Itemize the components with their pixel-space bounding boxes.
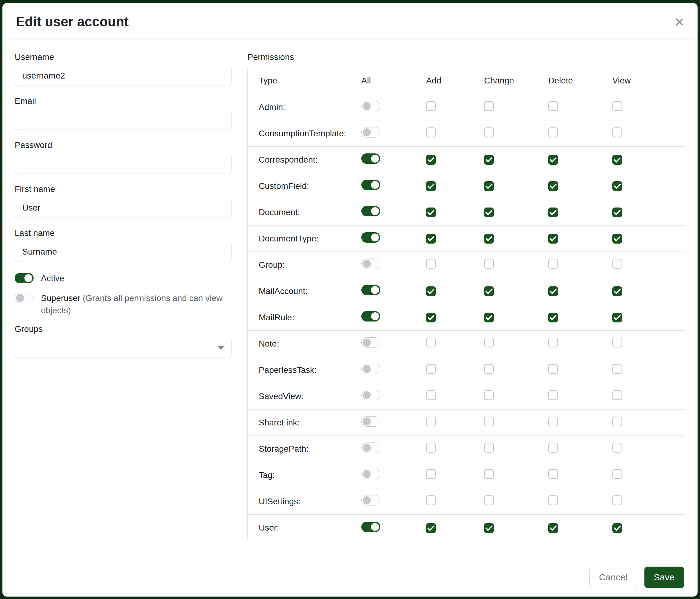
permission-add-checkbox[interactable] bbox=[426, 416, 436, 426]
permission-change-checkbox[interactable] bbox=[484, 181, 494, 191]
permission-all-toggle[interactable] bbox=[361, 127, 380, 138]
permission-change-checkbox[interactable] bbox=[484, 390, 494, 400]
permission-view-checkbox[interactable] bbox=[612, 127, 622, 137]
permission-all-toggle[interactable] bbox=[361, 153, 380, 164]
permission-change-checkbox[interactable] bbox=[484, 234, 494, 244]
email-input[interactable] bbox=[15, 110, 231, 130]
username-input[interactable] bbox=[15, 66, 231, 86]
permission-all-toggle[interactable] bbox=[361, 206, 380, 216]
permission-add-checkbox[interactable] bbox=[426, 208, 436, 217]
superuser-toggle[interactable] bbox=[15, 293, 33, 303]
toggle-knob bbox=[363, 128, 371, 136]
active-toggle[interactable] bbox=[15, 273, 33, 283]
permission-view-checkbox[interactable] bbox=[612, 416, 622, 426]
permission-view-checkbox[interactable] bbox=[612, 181, 622, 191]
permission-all-toggle[interactable] bbox=[361, 416, 380, 427]
permission-delete-checkbox[interactable] bbox=[548, 496, 558, 505]
permission-delete-checkbox[interactable] bbox=[548, 127, 558, 137]
permission-delete-checkbox[interactable] bbox=[548, 313, 558, 322]
permission-all-toggle[interactable] bbox=[361, 101, 380, 111]
permission-add-checkbox[interactable] bbox=[426, 469, 436, 479]
permission-type-label: MailRule: bbox=[248, 313, 361, 322]
permission-add-checkbox[interactable] bbox=[426, 155, 436, 165]
permission-change-checkbox[interactable] bbox=[484, 469, 494, 479]
permission-view-checkbox[interactable] bbox=[612, 234, 622, 244]
permission-delete-checkbox[interactable] bbox=[548, 443, 558, 453]
permission-view-checkbox[interactable] bbox=[612, 469, 622, 479]
permission-change-checkbox[interactable] bbox=[484, 338, 494, 348]
permission-add-checkbox[interactable] bbox=[426, 523, 436, 533]
permission-view-checkbox[interactable] bbox=[612, 101, 622, 111]
permission-delete-checkbox[interactable] bbox=[548, 523, 558, 533]
permission-change-checkbox[interactable] bbox=[484, 416, 494, 426]
permission-view-checkbox[interactable] bbox=[612, 364, 622, 374]
permission-add-checkbox[interactable] bbox=[426, 101, 436, 111]
permission-delete-checkbox[interactable] bbox=[548, 338, 558, 348]
groups-select[interactable] bbox=[15, 338, 231, 358]
permission-view-checkbox[interactable] bbox=[612, 390, 622, 400]
permission-view-checkbox[interactable] bbox=[612, 286, 622, 296]
permission-delete-checkbox[interactable] bbox=[548, 259, 558, 269]
permission-add-checkbox[interactable] bbox=[426, 259, 436, 269]
permission-delete-checkbox[interactable] bbox=[548, 234, 558, 244]
permission-all-toggle[interactable] bbox=[361, 495, 380, 505]
permission-delete-checkbox[interactable] bbox=[548, 390, 558, 400]
permission-view-checkbox[interactable] bbox=[612, 259, 622, 269]
save-button[interactable]: Save bbox=[644, 567, 684, 588]
permission-add-checkbox[interactable] bbox=[426, 286, 436, 296]
permission-view-checkbox[interactable] bbox=[612, 523, 622, 533]
permission-add-checkbox[interactable] bbox=[426, 496, 436, 505]
permission-change-checkbox[interactable] bbox=[484, 259, 494, 269]
permission-delete-checkbox[interactable] bbox=[548, 181, 558, 191]
permission-type-label: User: bbox=[248, 523, 361, 533]
permission-view-checkbox[interactable] bbox=[612, 443, 622, 453]
permission-add-checkbox[interactable] bbox=[426, 364, 436, 374]
permission-all-toggle[interactable] bbox=[361, 469, 380, 479]
permission-delete-checkbox[interactable] bbox=[548, 286, 558, 296]
close-icon[interactable]: × bbox=[674, 14, 684, 30]
permission-add-checkbox[interactable] bbox=[426, 338, 436, 348]
permission-delete-checkbox[interactable] bbox=[548, 101, 558, 111]
permission-all-toggle[interactable] bbox=[361, 337, 380, 348]
permission-all-toggle[interactable] bbox=[361, 311, 380, 321]
permission-all-toggle[interactable] bbox=[361, 180, 380, 190]
password-input[interactable] bbox=[15, 154, 231, 174]
permission-add-checkbox[interactable] bbox=[426, 390, 436, 400]
permission-all-toggle[interactable] bbox=[361, 285, 380, 295]
permission-change-checkbox[interactable] bbox=[484, 364, 494, 374]
permission-delete-checkbox[interactable] bbox=[548, 155, 558, 165]
permission-view-checkbox[interactable] bbox=[612, 155, 622, 165]
permission-all-toggle[interactable] bbox=[361, 442, 380, 453]
permission-view-checkbox[interactable] bbox=[612, 313, 622, 322]
permission-delete-checkbox[interactable] bbox=[548, 416, 558, 426]
permission-view-checkbox[interactable] bbox=[612, 338, 622, 348]
permission-change-checkbox[interactable] bbox=[484, 313, 494, 322]
permission-add-checkbox[interactable] bbox=[426, 313, 436, 322]
permission-change-checkbox[interactable] bbox=[484, 101, 494, 111]
toggle-knob bbox=[371, 207, 379, 215]
permission-all-toggle[interactable] bbox=[361, 259, 380, 269]
permission-all-toggle[interactable] bbox=[361, 390, 380, 400]
permission-change-checkbox[interactable] bbox=[484, 443, 494, 453]
last-name-input[interactable] bbox=[15, 242, 231, 262]
permission-add-checkbox[interactable] bbox=[426, 443, 436, 453]
permission-view-checkbox[interactable] bbox=[612, 496, 622, 505]
permission-change-checkbox[interactable] bbox=[484, 208, 494, 217]
permission-delete-checkbox[interactable] bbox=[548, 469, 558, 479]
permission-all-toggle[interactable] bbox=[361, 364, 380, 374]
permission-change-checkbox[interactable] bbox=[484, 286, 494, 296]
cancel-button[interactable]: Cancel bbox=[590, 567, 637, 588]
permission-change-checkbox[interactable] bbox=[484, 127, 494, 137]
permission-change-checkbox[interactable] bbox=[484, 496, 494, 505]
permission-view-checkbox[interactable] bbox=[612, 208, 622, 217]
first-name-input[interactable] bbox=[15, 198, 231, 218]
permission-add-checkbox[interactable] bbox=[426, 234, 436, 244]
permission-change-checkbox[interactable] bbox=[484, 155, 494, 165]
permission-delete-checkbox[interactable] bbox=[548, 208, 558, 217]
permission-change-checkbox[interactable] bbox=[484, 523, 494, 533]
permission-add-checkbox[interactable] bbox=[426, 181, 436, 191]
permission-delete-checkbox[interactable] bbox=[548, 364, 558, 374]
permission-all-toggle[interactable] bbox=[361, 232, 380, 243]
permission-add-checkbox[interactable] bbox=[426, 127, 436, 137]
permission-all-toggle[interactable] bbox=[361, 522, 380, 532]
